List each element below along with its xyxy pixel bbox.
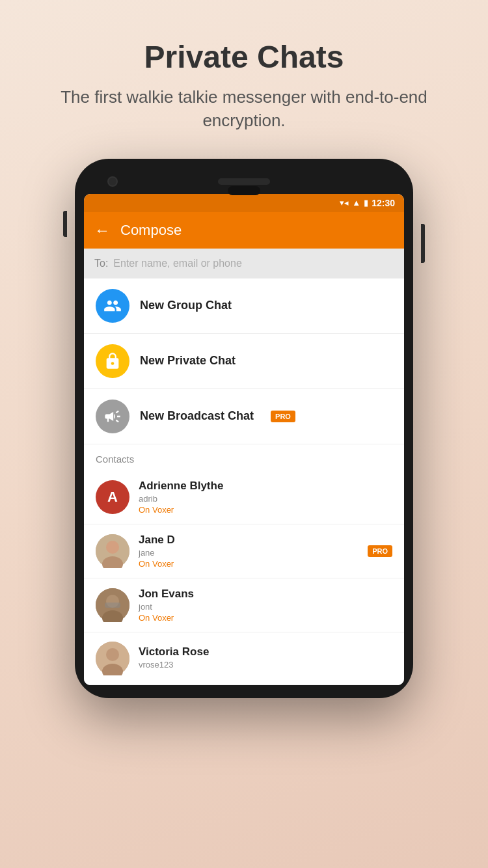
jon-name: Jon Evans [139, 588, 392, 601]
volume-button [63, 211, 67, 237]
phone-screen: ▾◂ ▲ ▮ 12:30 ← Compose To: Enter name, e… [84, 194, 404, 685]
status-bar: ▾◂ ▲ ▮ 12:30 [84, 194, 404, 212]
jon-status: On Voxer [139, 613, 392, 623]
adrienne-username: adrib [139, 494, 392, 504]
contacts-section-header: Contacts [84, 444, 404, 470]
speaker-grill [218, 178, 270, 185]
app-header: ← Compose [84, 212, 404, 249]
back-button[interactable]: ← [94, 221, 110, 239]
camera-icon [107, 176, 118, 187]
new-private-chat-label: New Private Chat [140, 354, 236, 368]
broadcast-chat-icon [96, 400, 129, 433]
status-icons: ▾◂ ▲ ▮ 12:30 [340, 198, 395, 208]
power-button [421, 224, 425, 263]
contacts-label: Contacts [96, 454, 134, 465]
jon-avatar [96, 588, 129, 622]
contact-adrienne[interactable]: A Adrienne Blythe adrib On Voxer [84, 470, 404, 524]
adrienne-status: On Voxer [139, 505, 392, 515]
private-chat-icon [96, 344, 129, 378]
svg-rect-6 [105, 603, 120, 608]
new-group-chat-option[interactable]: New Group Chat [84, 278, 404, 334]
svg-point-1 [106, 541, 119, 554]
earpiece [228, 186, 260, 195]
new-broadcast-chat-label: New Broadcast Chat [140, 409, 254, 423]
wifi-icon: ▾◂ [340, 198, 349, 208]
to-field: To: Enter name, email or phone [84, 249, 404, 278]
jane-pro-badge: PRO [368, 545, 392, 557]
jane-username: jane [139, 548, 392, 558]
page-title: Private Chats [39, 39, 449, 75]
jon-username: jont [139, 602, 392, 612]
new-group-chat-label: New Group Chat [140, 299, 232, 312]
adrienne-name: Adrienne Blythe [139, 480, 392, 493]
new-broadcast-chat-option[interactable]: New Broadcast Chat PRO [84, 389, 404, 444]
victoria-name: Victoria Rose [139, 645, 392, 658]
page-subtitle: The first walkie talkie messenger with e… [39, 85, 449, 133]
signal-icon: ▲ [352, 198, 360, 208]
adrienne-avatar: A [96, 480, 129, 514]
jane-avatar [96, 534, 129, 568]
svg-point-8 [106, 648, 119, 661]
contact-jon[interactable]: Jon Evans jont On Voxer [84, 578, 404, 632]
status-time: 12:30 [372, 198, 395, 208]
jane-info: Jane D jane On Voxer [139, 534, 392, 569]
broadcast-pro-badge: PRO [271, 411, 295, 422]
battery-icon: ▮ [364, 198, 368, 208]
new-private-chat-option[interactable]: New Private Chat [84, 334, 404, 389]
group-chat-icon [96, 289, 129, 323]
victoria-username: vrose123 [139, 660, 392, 670]
phone-top-bar [84, 172, 404, 194]
jon-info: Jon Evans jont On Voxer [139, 588, 392, 623]
contact-victoria[interactable]: Victoria Rose vrose123 [84, 632, 404, 685]
to-input[interactable]: Enter name, email or phone [113, 258, 241, 269]
phone-shell: ▾◂ ▲ ▮ 12:30 ← Compose To: Enter name, e… [75, 159, 413, 698]
contact-jane[interactable]: Jane D jane On Voxer PRO [84, 524, 404, 578]
adrienne-info: Adrienne Blythe adrib On Voxer [139, 480, 392, 515]
victoria-avatar [96, 642, 129, 675]
victoria-info: Victoria Rose vrose123 [139, 645, 392, 671]
app-title: Compose [120, 222, 182, 239]
jane-name: Jane D [139, 534, 392, 547]
page-header: Private Chats The first walkie talkie me… [0, 39, 488, 133]
jane-status: On Voxer [139, 559, 392, 569]
to-label: To: [94, 258, 108, 269]
